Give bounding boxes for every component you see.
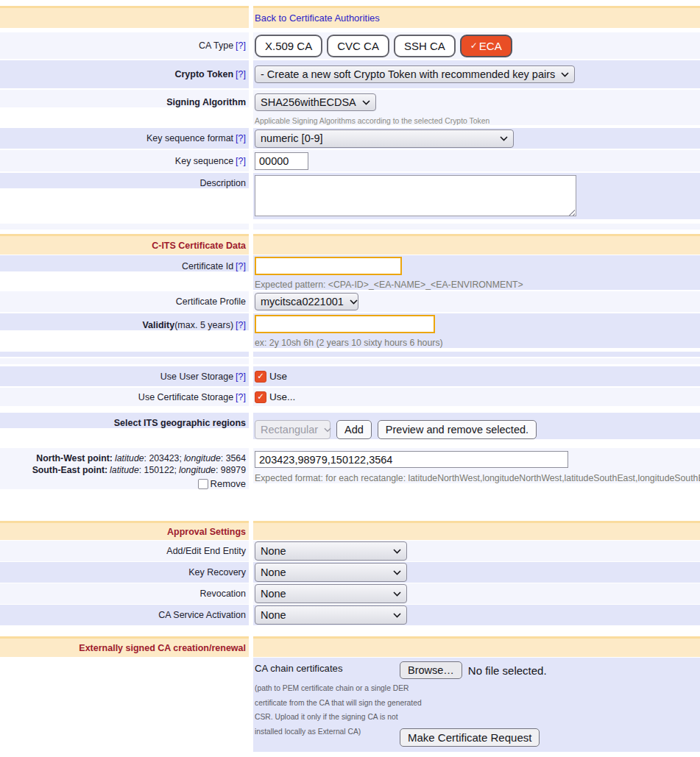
approval-revocation-row: Revocation None — [0, 583, 700, 604]
ca-chain-field-cell: CA chain certificates (path to PEM certi… — [253, 658, 700, 752]
key-sequence-help-link[interactable]: [?] — [236, 156, 246, 166]
region-add-button[interactable]: Add — [336, 420, 372, 439]
use-user-storage-checkbox[interactable] — [255, 371, 266, 383]
signing-algorithm-field-cell: SHA256withECDSA Applicable Signing Algor… — [253, 90, 700, 125]
region-remove-label: Remove — [211, 478, 246, 489]
ca-type-cvc-button[interactable]: CVC CA — [327, 35, 389, 57]
crypto-token-label-cell: Crypto Token [?] — [0, 60, 249, 88]
ca-type-x509-button[interactable]: X.509 CA — [255, 35, 322, 57]
region-remove-checkbox[interactable] — [198, 479, 208, 489]
approval-settings-header-right — [253, 521, 700, 540]
use-certificate-storage-field-cell: Use... — [253, 388, 700, 406]
spacer-cell — [253, 224, 700, 230]
region-shape-select[interactable]: Rectangular — [255, 420, 330, 439]
certificate-profile-select[interactable]: mycitsca0221001 — [255, 293, 358, 310]
region-northwest-line: North-West point:latitude: 203423;longit… — [0, 453, 246, 465]
ca-type-eca-button-active[interactable]: ✓ECA — [460, 35, 512, 57]
approval-selected-value: None — [261, 588, 286, 600]
approval-settings-title-cell: Approval Settings — [0, 521, 249, 540]
external-section-header-right — [253, 636, 700, 657]
certificate-profile-row: Certificate Profile mycitsca0221001 — [0, 291, 700, 312]
ca-type-row: CA Type [?] X.509 CA CVC CA SSH CA ✓ECA — [0, 32, 700, 59]
crypto-token-select[interactable]: - Create a new soft Crypto Token with re… — [255, 65, 575, 83]
certificate-profile-field-cell: mycitsca0221001 — [253, 291, 700, 312]
approval-selected-value: None — [261, 545, 286, 557]
region-entry-label-cell: North-West point:latitude: 203423;longit… — [0, 448, 249, 489]
ca-chain-note-line: certificate from the CA that will sign t… — [255, 696, 400, 711]
chevron-down-icon — [344, 299, 358, 305]
geographic-regions-field-cell: Rectangular Add Preview and remove selec… — [253, 413, 700, 439]
key-sequence-label: Key sequence — [175, 156, 233, 166]
geographic-regions-label: Select ITS geographic regions — [114, 418, 246, 428]
back-link-cell: Back to Certificate Authorities — [253, 6, 700, 28]
use-certificate-storage-label-cell: Use Certificate Storage [?] — [0, 388, 249, 406]
approval-selected-value: None — [261, 609, 286, 621]
ca-type-label: CA Type — [199, 40, 233, 51]
signing-algorithm-select[interactable]: SHA256withECDSA — [255, 93, 376, 111]
ca-type-help-link[interactable]: [?] — [236, 40, 246, 51]
approval-revocation-select[interactable]: None — [255, 584, 407, 603]
crypto-token-help-link[interactable]: [?] — [236, 69, 246, 79]
key-sequence-format-select[interactable]: numeric [0-9] — [255, 129, 514, 148]
external-section-title: Externally signed CA creation/renewal — [79, 643, 246, 653]
crypto-token-selected-value: - Create a new soft Crypto Token with re… — [261, 68, 555, 80]
spacer-cell — [0, 352, 249, 357]
validity-help-link[interactable]: [?] — [236, 320, 246, 330]
approval-add-edit-end-entity-select[interactable]: None — [255, 541, 407, 561]
use-user-storage-label-cell: Use User Storage [?] — [0, 366, 249, 386]
crypto-token-row: Crypto Token [?] - Create a new soft Cry… — [0, 60, 700, 88]
ca-chain-certificates-label: CA chain certificates — [255, 663, 342, 674]
cits-section-title-cell: C-ITS Certificate Data — [0, 234, 249, 255]
validity-label-cell: Validity(max. 5 years) [?] — [0, 313, 249, 330]
region-northwest-label: North-West point: — [36, 453, 113, 463]
validity-label-suffix: (max. 5 years) — [174, 320, 233, 330]
region-coordinates-input[interactable] — [255, 451, 568, 468]
use-certificate-storage-help-link[interactable]: [?] — [236, 392, 246, 402]
approval-revocation-label: Revocation — [199, 589, 246, 599]
chevron-down-icon — [387, 591, 401, 597]
description-label: Description — [199, 178, 246, 188]
chevron-down-icon — [318, 427, 331, 433]
use-certificate-storage-checkbox[interactable] — [255, 391, 266, 403]
certificate-id-help-link[interactable]: [?] — [236, 261, 246, 271]
ca-type-label-cell: CA Type [?] — [0, 32, 249, 59]
region-preview-remove-button[interactable]: Preview and remove selected. — [378, 420, 537, 439]
approval-row-field-cell: None — [253, 605, 700, 625]
ca-type-ssh-button[interactable]: SSH CA — [394, 35, 456, 57]
approval-ca-service-activation-select[interactable]: None — [255, 605, 407, 625]
region-remove-line: Remove — [0, 478, 246, 489]
geographic-regions-label-cell: Select ITS geographic regions — [0, 413, 249, 428]
region-se-latitude-value: : 150122; — [139, 465, 177, 475]
approval-row-field-cell: None — [253, 562, 700, 583]
approval-key-recovery-select[interactable]: None — [255, 563, 407, 582]
description-textarea[interactable] — [255, 175, 576, 216]
ca-chain-note-line: installed locally as External CA) — [255, 725, 400, 739]
region-nw-longitude-value: : 3564 — [221, 453, 246, 463]
region-southeast-label: South-East point: — [32, 465, 107, 475]
validity-input[interactable] — [255, 315, 435, 333]
approval-row-label-cell: CA Service Activation — [0, 605, 249, 625]
certificate-id-input[interactable] — [255, 257, 402, 275]
use-user-storage-help-link[interactable]: [?] — [236, 372, 246, 382]
approval-row-label-cell: Add/Edit End Entity — [0, 541, 249, 561]
browse-button[interactable]: Browse… — [400, 661, 462, 679]
region-nw-longitude-word: longitude — [184, 453, 221, 463]
approval-row-field-cell: None — [253, 583, 700, 604]
crypto-token-label: Crypto Token — [174, 69, 233, 79]
description-field-cell — [253, 173, 700, 219]
approval-row-field-cell: None — [253, 541, 700, 561]
key-sequence-format-label-cell: Key sequence format [?] — [0, 128, 249, 149]
key-sequence-format-help-link[interactable]: [?] — [236, 133, 246, 143]
back-to-certificate-authorities-link[interactable]: Back to Certificate Authorities — [255, 13, 380, 24]
key-sequence-format-label: Key sequence format — [146, 133, 233, 143]
approval-settings-title: Approval Settings — [167, 527, 246, 537]
key-sequence-input[interactable] — [255, 152, 308, 170]
ca-type-field-cell: X.509 CA CVC CA SSH CA ✓ECA — [253, 32, 700, 59]
ca-chain-file-line: Browse… No file selected. — [400, 661, 547, 679]
chevron-down-icon — [494, 136, 508, 141]
signing-algorithm-row: Signing Algorithm SHA256withECDSA Applic… — [0, 90, 700, 127]
make-certificate-request-button[interactable]: Make Certificate Request — [400, 728, 540, 747]
back-link-row: Back to Certificate Authorities — [0, 6, 700, 28]
ca-chain-description-column: CA chain certificates (path to PEM certi… — [255, 661, 400, 747]
file-status-text: No file selected. — [468, 664, 547, 677]
